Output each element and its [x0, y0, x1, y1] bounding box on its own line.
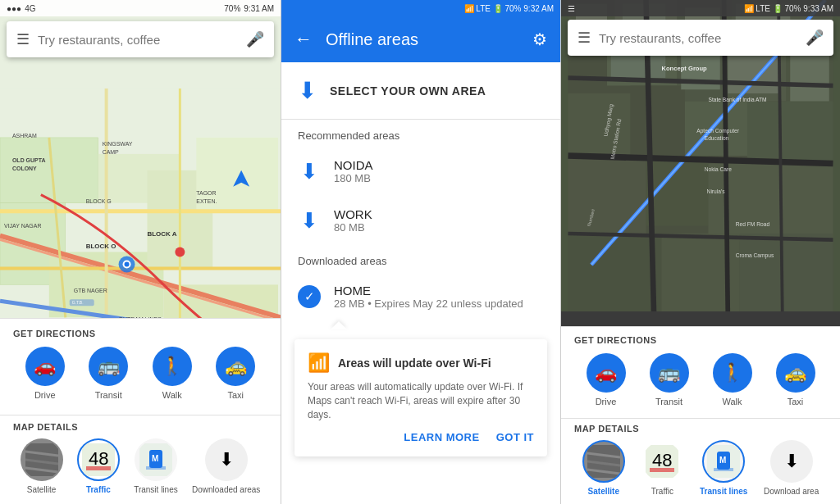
sat-statusbar: ☰ 📶 LTE 🔋 70% 9:33 AM [561, 0, 840, 16]
download-area-label-1: Downloaded areas [192, 485, 260, 494]
sat-satellite-label: Satellite [588, 487, 619, 496]
sat-mic-icon[interactable]: 🎤 [806, 29, 824, 47]
drive-icon: 🚗 [25, 347, 65, 386]
sat-get-directions: GET DIRECTIONS 🚗 Drive 🚌 Transit 🚶 Walk … [561, 327, 840, 418]
satellite-label-1: Satellite [27, 485, 57, 494]
sat-search-bar[interactable]: ☰ 🎤 [568, 20, 833, 56]
sat-satellite-btn[interactable]: Satellite [582, 440, 625, 496]
download-area-btn-1[interactable]: ⬇ Downloaded areas [192, 438, 260, 494]
learn-more-btn[interactable]: LEARN MORE [404, 431, 479, 443]
noida-size: 180 MB [334, 172, 373, 184]
svg-text:48: 48 [652, 450, 672, 470]
traffic-btn-1[interactable]: 48 Traffic [77, 438, 120, 494]
svg-rect-67 [740, 234, 833, 311]
recommended-header: Recommended areas [281, 120, 560, 147]
sat-traffic-icon: 48 [641, 440, 683, 483]
sat-status-right: 📶 LTE 🔋 70% 9:33 AM [744, 4, 833, 13]
wifi-desc: Your areas will automatically update ove… [308, 380, 534, 421]
svg-point-18 [125, 261, 130, 266]
transit-lines-label-1: Transit lines [134, 485, 178, 494]
sat-map-details-title: MAP DETAILS [574, 424, 827, 434]
sat-transit-lines-label: Transit lines [700, 487, 747, 496]
back-arrow[interactable]: ← [294, 29, 313, 50]
sat-taxi-btn[interactable]: 🚕 Taxi [776, 353, 815, 406]
mic-icon-1[interactable]: 🎤 [246, 30, 264, 48]
downloaded-section-header: Downloaded areas [281, 245, 560, 272]
map-bottom-1: GET DIRECTIONS 🚗 Drive 🚌 Transit 🚶 Walk … [0, 318, 281, 504]
sat-direction-buttons: 🚗 Drive 🚌 Transit 🚶 Walk 🚕 Taxi [574, 353, 827, 406]
drive-btn[interactable]: 🚗 Drive [25, 347, 65, 400]
hamburger-icon[interactable]: ☰ [16, 30, 30, 48]
sat-walk-label: Walk [722, 397, 742, 406]
sat-search-input[interactable] [599, 31, 797, 45]
sat-transit-detail-btn[interactable]: M Transit lines [700, 440, 747, 496]
offline-header: ← Offline areas ⚙ [281, 16, 560, 62]
map-details-1: MAP DETAILS Satellite 48 Traffic M [0, 415, 281, 504]
direction-buttons-1: 🚗 Drive 🚌 Transit 🚶 Walk 🚕 Taxi [13, 347, 267, 400]
sat-drive-btn[interactable]: 🚗 Drive [587, 353, 626, 406]
sat-taxi-label: Taxi [788, 397, 804, 406]
transit-icon: 🚌 [89, 347, 128, 386]
signal-icon: ●●● [7, 4, 21, 13]
taxi-icon: 🚕 [216, 347, 255, 386]
svg-text:VIJAY NAGAR: VIJAY NAGAR [4, 223, 41, 229]
svg-text:EXTEN.: EXTEN. [196, 198, 217, 204]
svg-rect-74 [728, 51, 778, 93]
wifi-actions: LEARN MORE GOT IT [308, 431, 534, 443]
select-own-area[interactable]: ⬇ SELECT YOUR OWN AREA [281, 62, 560, 120]
search-input-1[interactable] [38, 33, 238, 47]
walk-icon: 🚶 [153, 347, 192, 386]
panel-satellite: ☰ 📶 LTE 🔋 70% 9:33 AM [561, 0, 840, 504]
transit-btn[interactable]: 🚌 Transit [89, 347, 128, 400]
svg-text:Red FM Road: Red FM Road [736, 221, 770, 227]
walk-btn[interactable]: 🚶 Walk [153, 347, 192, 400]
taxi-btn[interactable]: 🚕 Taxi [216, 347, 255, 400]
sat-map-details: MAP DETAILS Satellite 48 Traffic M [561, 418, 840, 504]
select-download-icon: ⬇ [298, 77, 317, 104]
search-bar-1[interactable]: ☰ 🎤 [7, 21, 274, 57]
wifi-icon: 📶 [308, 352, 330, 374]
home-item[interactable]: ✓ HOME 28 MB • Expires May 22 unless upd… [281, 272, 560, 321]
svg-text:OLD GUPTA: OLD GUPTA [12, 157, 46, 163]
sat-drive-label: Drive [596, 397, 617, 406]
sat-walk-btn[interactable]: 🚶 Walk [713, 353, 752, 406]
wifi-notice-header: 📶 Areas will update over Wi-Fi [308, 352, 534, 374]
svg-text:BLOCK G: BLOCK G [86, 198, 112, 204]
notice-caret [331, 321, 347, 329]
settings-icon[interactable]: ⚙ [532, 30, 547, 49]
noida-item[interactable]: ⬇ NOIDA 180 MB [281, 147, 560, 196]
svg-text:GTB NAGER: GTB NAGER [74, 288, 107, 293]
svg-text:TAGOR: TAGOR [196, 190, 216, 196]
svg-text:Education: Education [705, 135, 729, 141]
walk-label: Walk [162, 390, 182, 400]
got-it-btn[interactable]: GOT IT [496, 431, 534, 443]
sat-status-left: ☰ [568, 4, 575, 13]
svg-rect-106 [714, 468, 733, 471]
work-item[interactable]: ⬇ WORK 80 MB [281, 196, 560, 245]
svg-text:Nirula's: Nirula's [707, 188, 726, 194]
wifi-title: Areas will update over Wi-Fi [338, 356, 491, 370]
svg-text:Nokia Care: Nokia Care [705, 166, 733, 172]
svg-text:Croma Campus: Croma Campus [736, 252, 774, 259]
sat-transit-btn[interactable]: 🚌 Transit [650, 353, 689, 406]
sat-traffic-btn[interactable]: 48 Traffic [641, 440, 683, 496]
offline-content: ⬇ SELECT YOUR OWN AREA Recommended areas… [281, 62, 560, 504]
time-1: 9:31 AM [244, 4, 274, 13]
svg-text:State Bank of India ATM: State Bank of India ATM [709, 97, 767, 102]
noida-download-icon: ⬇ [298, 159, 321, 184]
svg-text:BLOCK A: BLOCK A [147, 230, 176, 238]
transit-detail-btn-1[interactable]: M Transit lines [134, 438, 178, 494]
detail-buttons-1: Satellite 48 Traffic M Transit lines ⬇ [13, 438, 267, 494]
select-own-area-label: SELECT YOUR OWN AREA [330, 84, 486, 98]
sat-transit-label: Transit [655, 397, 682, 406]
sat-hamburger-icon[interactable]: ☰ [578, 29, 591, 47]
sat-download-area-btn[interactable]: ⬇ Download area [764, 440, 819, 496]
svg-rect-62 [568, 156, 646, 234]
sat-taxi-icon: 🚕 [776, 353, 815, 393]
get-directions-title-1: GET DIRECTIONS [13, 329, 267, 338]
svg-rect-43 [86, 466, 111, 470]
sat-download-area-label: Download area [764, 487, 819, 496]
svg-text:G.T.B.: G.T.B. [72, 300, 84, 305]
satellite-btn-1[interactable]: Satellite [21, 438, 63, 494]
svg-text:48: 48 [89, 448, 108, 469]
